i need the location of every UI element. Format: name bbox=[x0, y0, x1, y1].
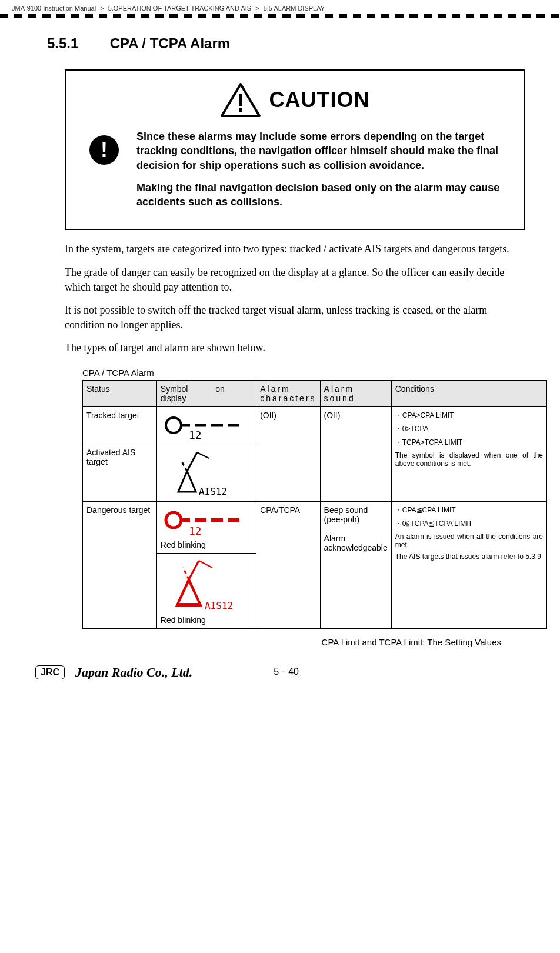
breadcrumb: JMA-9100 Instruction Manual > 5.OPERATIO… bbox=[0, 0, 560, 14]
cell-sound-off: (Off) bbox=[320, 406, 391, 501]
cond-line: ・CPA>CPA LIMIT bbox=[395, 411, 543, 421]
svg-line-21 bbox=[189, 561, 199, 579]
manual-name: JMA-9100 Instruction Manual bbox=[12, 5, 96, 12]
cell-symbol-tracked: 12 bbox=[156, 406, 256, 444]
cond-line: ・CPA≦CPA LIMIT bbox=[395, 505, 543, 515]
footnote: CPA Limit and TCPA Limit: The Setting Va… bbox=[47, 637, 501, 647]
cell-sound-danger: Beep sound (pee-poh) Alarm acknowledgeab… bbox=[320, 501, 391, 628]
body-paragraph: The grade of danger can easily be recogn… bbox=[65, 265, 525, 295]
symbol-label: AIS12 bbox=[199, 486, 227, 497]
caution-paragraph-1: Since these alarms may include some erro… bbox=[136, 129, 506, 172]
dangerous-ais-icon: AIS12 bbox=[161, 557, 249, 613]
svg-line-9 bbox=[187, 452, 197, 471]
th-cond: Conditions bbox=[391, 380, 546, 406]
cell-conditions-1: ・CPA>CPA LIMIT ・0>TCPA ・TCPA>TCPA LIMIT … bbox=[391, 406, 546, 501]
table-row: Dangerous target 12 Red blinking CPA/TCP… bbox=[83, 501, 547, 553]
svg-rect-2 bbox=[239, 108, 242, 112]
cond-line: The symbol is displayed when one of the … bbox=[395, 451, 543, 468]
cell-symbol-danger-ais: AIS12 Red blinking bbox=[156, 553, 256, 628]
cell-symbol-ais: AIS12 bbox=[156, 444, 256, 501]
cell-status: Tracked target bbox=[83, 406, 157, 444]
cell-chars-off: (Off) bbox=[256, 406, 320, 501]
exclamation-circle-icon: ! bbox=[89, 135, 119, 165]
cond-line: ・TCPA>TCPA LIMIT bbox=[395, 438, 543, 448]
cond-line: ・0>TCPA bbox=[395, 424, 543, 434]
caution-header: CAUTION bbox=[66, 71, 524, 124]
body-paragraph: The types of target and alarm are shown … bbox=[65, 341, 525, 355]
th-status: Status bbox=[83, 380, 157, 406]
breadcrumb-sep: > bbox=[100, 5, 104, 12]
svg-line-23 bbox=[199, 561, 212, 568]
table-row: Tracked target 12 (Off) (Off) ・CPA>CPA L… bbox=[83, 406, 547, 444]
table-header-row: Status Symbol ondisplaySymbol on display… bbox=[83, 380, 547, 406]
section-number: 5.5.1 bbox=[47, 35, 106, 52]
caution-label: CAUTION bbox=[269, 88, 370, 112]
symbol-label: 12 bbox=[189, 525, 202, 537]
warning-triangle-icon bbox=[220, 82, 261, 118]
svg-marker-8 bbox=[178, 471, 196, 492]
cond-line: ・0≦TCPA≦TCPA LIMIT bbox=[395, 519, 543, 529]
svg-rect-1 bbox=[239, 94, 242, 106]
dangerous-tracked-icon: 12 bbox=[161, 505, 249, 538]
body-paragraph: In the system, targets are categorized i… bbox=[65, 242, 525, 256]
symbol-label: 12 bbox=[189, 429, 202, 440]
cond-line: The AIS targets that issues alarm refer … bbox=[395, 552, 543, 561]
breadcrumb-sep: > bbox=[255, 5, 259, 12]
cell-conditions-2: ・CPA≦CPA LIMIT ・0≦TCPA≦TCPA LIMIT An ala… bbox=[391, 501, 546, 628]
svg-line-22 bbox=[183, 568, 189, 579]
section-title: 5.5.1 CPA / TCPA Alarm bbox=[47, 35, 525, 52]
caution-box: CAUTION ! Since these alarms may include… bbox=[65, 69, 525, 230]
caution-paragraph-2: Making the final navigation decision bas… bbox=[136, 181, 506, 209]
cell-symbol-danger-tracked: 12 Red blinking bbox=[156, 501, 256, 553]
alarm-table: Status Symbol ondisplaySymbol on display… bbox=[82, 380, 547, 629]
caution-text: Since these alarms may include some erro… bbox=[136, 129, 506, 217]
svg-point-3 bbox=[166, 418, 181, 433]
chapter-name: 5.OPERATION OF TARGET TRACKING AND AIS bbox=[108, 5, 251, 12]
symbol-caption: Red blinking bbox=[161, 615, 252, 625]
svg-line-10 bbox=[181, 461, 187, 471]
symbol-caption: Red blinking bbox=[161, 540, 252, 549]
tracked-target-icon: 12 bbox=[161, 411, 249, 440]
th-symbol: Symbol ondisplaySymbol on displaydocumen… bbox=[156, 380, 256, 406]
cond-line: An alarm is issued when all the conditio… bbox=[395, 532, 543, 549]
ais-target-icon: AIS12 bbox=[161, 448, 249, 498]
svg-line-11 bbox=[197, 452, 209, 458]
cell-status: Dangerous target bbox=[83, 501, 157, 628]
cell-status: Activated AIS target bbox=[83, 444, 157, 501]
cell-chars-danger: CPA/TCPA bbox=[256, 501, 320, 628]
th-chars: Alarm characters bbox=[256, 380, 320, 406]
table-title: CPA / TCPA Alarm bbox=[82, 368, 525, 378]
dashed-divider bbox=[0, 14, 560, 18]
section-name: 5.5 ALARM DISPLAY bbox=[264, 5, 325, 12]
page-number: 5－40 bbox=[274, 666, 299, 678]
section-heading: CPA / TCPA Alarm bbox=[110, 35, 230, 51]
page-footer: JRC Japan Radio Co., Ltd. 5－40 bbox=[0, 647, 560, 692]
svg-point-12 bbox=[166, 512, 181, 528]
th-sound: Alarm sound bbox=[320, 380, 391, 406]
body-paragraph: It is not possible to switch off the tra… bbox=[65, 303, 525, 332]
jrc-logo: JRC bbox=[35, 665, 65, 679]
company-name: Japan Radio Co., Ltd. bbox=[75, 665, 192, 680]
symbol-label: AIS12 bbox=[205, 600, 233, 611]
